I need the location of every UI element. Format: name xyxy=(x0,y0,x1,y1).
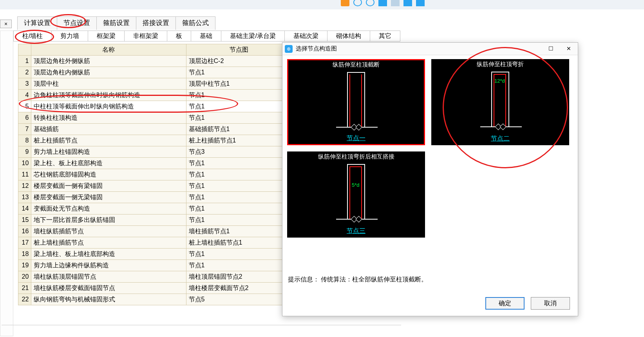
table-row[interactable]: 13楼层变截面一侧无梁锚固节点1 xyxy=(18,192,292,203)
subtab-frame-beam[interactable]: 框架梁 xyxy=(88,31,125,41)
cell-node[interactable]: 基础插筋节点1 xyxy=(186,124,292,135)
cell-name: 桩上墙柱插筋节点 xyxy=(31,237,186,249)
table-row[interactable]: 19剪力墙上边缘构件纵筋构造节点1 xyxy=(18,260,292,271)
table-row[interactable]: 6转换柱柱顶构造节点1 xyxy=(18,112,292,124)
table-row[interactable]: 3顶层中柱顶层中柱节点1 xyxy=(18,78,292,90)
node-thumbnail[interactable]: 纵筋伸至柱顶截断节点一 xyxy=(287,59,425,145)
table-row[interactable]: 17桩上墙柱插筋节点桩上墙柱插筋节点1 xyxy=(18,237,292,249)
table-row[interactable]: 20墙柱纵筋顶层锚固节点墙柱顶层锚固节点2 xyxy=(18,271,292,283)
cell-name: 变截面处无节点构造 xyxy=(31,203,186,214)
cell-node[interactable]: 节点1 xyxy=(186,192,292,203)
subtab-found-mainbeam[interactable]: 基础主梁/承台梁 xyxy=(221,31,284,41)
toolbar-icon[interactable] xyxy=(391,0,400,6)
subtab-nonframe-beam[interactable]: 非框架梁 xyxy=(125,31,167,41)
cell-node[interactable]: 节点1 xyxy=(186,158,292,169)
thumbnail-caption[interactable]: 节点二 xyxy=(432,135,568,143)
table-row[interactable]: 12楼层变截面一侧有梁锚固节点1 xyxy=(18,180,292,192)
table-row[interactable]: 18梁上墙柱、板上墙柱底部构造节点1 xyxy=(18,249,292,260)
cell-node[interactable]: 节点1 xyxy=(186,214,292,226)
table-row[interactable]: 1顶层边角柱外侧纵筋顶层边柱C-2 xyxy=(18,56,292,67)
toolbar-icon[interactable] xyxy=(366,0,374,6)
dialog-maximize-button[interactable]: ☐ xyxy=(542,43,560,54)
cell-node[interactable]: 桩上柱插筋节点1 xyxy=(186,135,292,146)
cell-node[interactable]: 节点1 xyxy=(186,90,292,101)
cell-node[interactable]: 墙柱顶层锚固节点2 xyxy=(186,271,292,283)
ok-button[interactable]: 确定 xyxy=(485,297,525,310)
cell-node[interactable]: 墙柱楼层变截面节点2 xyxy=(186,283,292,294)
table-row[interactable]: 22纵向钢筋弯钩与机械锚固形式节点5 xyxy=(18,294,292,305)
thumbnail-caption[interactable]: 节点一 xyxy=(288,134,424,142)
tab-lap-settings[interactable]: 搭接设置 xyxy=(136,16,176,30)
toolbar-icon[interactable] xyxy=(341,0,349,6)
cell-node[interactable]: 节点1 xyxy=(186,169,292,180)
subtab-foundation[interactable]: 基础 xyxy=(191,31,221,41)
cell-node[interactable]: 节点1 xyxy=(186,101,292,112)
thumbnail-caption[interactable]: 节点三 xyxy=(288,227,424,235)
tab-stirrup-settings[interactable]: 箍筋设置 xyxy=(96,16,136,30)
dialog-close-button[interactable]: ✕ xyxy=(560,43,578,54)
cell-node[interactable]: 桩上墙柱插筋节点1 xyxy=(186,237,292,249)
cell-node[interactable]: 节点3 xyxy=(186,146,292,158)
table-row[interactable]: 15地下一层比首层多出纵筋锚固节点1 xyxy=(18,214,292,226)
tab-calc-settings[interactable]: 计算设置 xyxy=(17,16,57,30)
cell-node[interactable]: 节点1 xyxy=(186,260,292,271)
row-number: 16 xyxy=(18,226,31,237)
cell-node[interactable]: 墙柱插筋节点1 xyxy=(186,226,292,237)
dialog-titlebar[interactable]: ⊕ 选择节点构造图 ☐ ✕ xyxy=(282,43,578,55)
row-number: 21 xyxy=(18,283,31,294)
cell-node[interactable]: 顶层中柱节点1 xyxy=(186,78,292,90)
dimension-label: 5*d xyxy=(352,182,360,188)
cell-name: 梁上柱、板上柱底部构造 xyxy=(31,158,186,169)
cell-name: 楼层变截面一侧有梁锚固 xyxy=(31,180,186,192)
dialog-hint: 提示信息： 传统算法：柱全部纵筋伸至柱顶截断。 xyxy=(288,276,427,284)
subtab-shearwall[interactable]: 剪力墙 xyxy=(52,31,88,41)
tab-node-settings[interactable]: 节点设置 xyxy=(57,16,97,30)
cell-node[interactable]: 节点1 xyxy=(186,203,292,214)
row-number: 10 xyxy=(18,158,31,169)
table-row[interactable]: 11芯柱钢筋底部锚固构造节点1 xyxy=(18,169,292,180)
table-row[interactable]: 14变截面处无节点构造节点1 xyxy=(18,203,292,214)
row-number: 22 xyxy=(18,294,31,305)
table-row[interactable]: 16墙柱纵筋插筋节点墙柱插筋节点1 xyxy=(18,226,292,237)
node-thumbnail[interactable]: 纵筋伸至柱顶弯折12*d节点二 xyxy=(431,59,569,145)
cell-name: 中柱柱顶等截面伸出时纵向钢筋构造 xyxy=(31,101,186,112)
subtab-masonry[interactable]: 砌体结构 xyxy=(327,31,370,41)
toolbar-icon[interactable] xyxy=(416,0,425,6)
table-row[interactable]: 5中柱柱顶等截面伸出时纵向钢筋构造节点1 xyxy=(18,101,292,112)
table-row[interactable]: 21墙柱纵筋楼层变截面锚固节点墙柱楼层变截面节点2 xyxy=(18,283,292,294)
subtab-other[interactable]: 其它 xyxy=(370,31,400,41)
hint-text: 传统算法：柱全部纵筋伸至柱顶截断。 xyxy=(321,276,427,283)
row-number: 15 xyxy=(18,214,31,226)
cancel-button[interactable]: 取消 xyxy=(531,297,570,310)
toolbar-icon[interactable] xyxy=(403,0,412,6)
dialog-icon: ⊕ xyxy=(285,45,293,53)
hint-label: 提示信息： xyxy=(288,276,319,283)
toolbar-icon[interactable] xyxy=(378,0,387,6)
cell-name: 楼层变截面一侧无梁锚固 xyxy=(31,192,186,203)
subtab-found-secbeam[interactable]: 基础次梁 xyxy=(285,31,327,41)
table-row[interactable]: 10梁上柱、板上柱底部构造节点1 xyxy=(18,158,292,169)
cell-name: 顶层边角柱外侧纵筋 xyxy=(31,56,186,67)
table-row[interactable]: 8桩上柱插筋节点桩上柱插筋节点1 xyxy=(18,135,292,146)
subtab-slab[interactable]: 板 xyxy=(167,31,191,41)
thumbnail-diagram xyxy=(338,72,374,135)
cell-node[interactable]: 节点1 xyxy=(186,249,292,260)
tab-stirrup-formula[interactable]: 箍筋公式 xyxy=(175,16,215,30)
table-row[interactable]: 4边角柱柱顶等截面伸出时纵向钢筋构造节点1 xyxy=(18,90,292,101)
node-thumbnail[interactable]: 纵筋伸至柱顶弯折后相互搭接5*d节点三 xyxy=(287,151,425,238)
subtab-column[interactable]: 柱/墙柱 xyxy=(13,31,52,41)
sub-tabs: 柱/墙柱 剪力墙 框架梁 非框架梁 板 基础 基础主梁/承台梁 基础次梁 砌体结… xyxy=(13,31,400,41)
table-row[interactable]: 2顶层边角柱内侧纵筋节点1 xyxy=(18,67,292,78)
toolbar-icon[interactable] xyxy=(353,0,362,6)
dialog-title: 选择节点构造图 xyxy=(296,45,337,52)
table-row[interactable]: 7基础插筋基础插筋节点1 xyxy=(18,124,292,135)
row-number: 1 xyxy=(18,56,31,67)
cell-node[interactable]: 顶层边柱C-2 xyxy=(186,56,292,67)
cell-node[interactable]: 节点1 xyxy=(186,67,292,78)
cell-name: 边角柱柱顶等截面伸出时纵向钢筋构造 xyxy=(31,90,186,101)
cell-node[interactable]: 节点5 xyxy=(186,294,292,305)
cell-node[interactable]: 节点1 xyxy=(186,180,292,192)
table-row[interactable]: 9剪力墙上柱锚固构造节点3 xyxy=(18,146,292,158)
row-number: 9 xyxy=(18,146,31,158)
cell-node[interactable]: 节点1 xyxy=(186,112,292,124)
